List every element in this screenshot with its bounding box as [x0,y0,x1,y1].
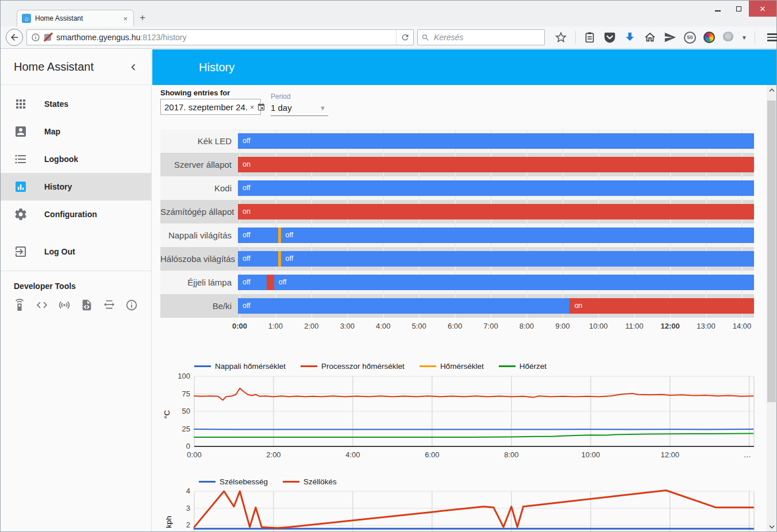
code-tags-icon[interactable] [36,299,48,311]
sidebar-item-map[interactable]: Map [1,118,151,145]
color-wheel-icon[interactable] [703,32,715,43]
series-line [194,491,753,528]
tab-close-icon[interactable]: × [122,14,129,23]
home-assistant-favicon: ⌂ [22,14,31,23]
back-button[interactable] [6,29,23,46]
url-bar[interactable]: smarthome.gyengus.hu:8123/history [26,29,414,45]
sidebar-item-label: Logbook [44,155,78,164]
wind-chart-legend: SzélsebességSzéllökés [199,477,337,486]
sidebar-item-label: Configuration [44,210,97,219]
reload-button[interactable] [396,30,413,45]
search-icon [421,33,430,42]
info-icon[interactable] [125,299,138,311]
browser-tab[interactable]: ⌂ Home Assistant × [17,10,134,26]
minimize-button[interactable] [707,1,728,17]
browser-window: ⌂ Home Assistant × + ✕ smarthome.gyengus… [0,0,777,532]
browser-titlebar: ⌂ Home Assistant × + ✕ [1,1,776,26]
sidebar-menu: States Map Logbook History Configuration [1,85,151,311]
mqtt-icon[interactable] [103,299,116,311]
exit-icon [14,245,28,259]
sidebar-item-states[interactable]: States [1,90,151,118]
toolbar-icons: 50 ▼ [554,30,777,44]
sidebar-item-label: Map [44,127,60,136]
remote-icon[interactable] [13,299,26,311]
apps-icon [14,97,28,111]
arrow-left-icon [9,32,20,43]
sidebar-item-label: Log Out [44,247,75,256]
y-axis-unit-label: kph [164,516,173,528]
new-tab-button[interactable]: + [140,12,145,24]
main-panel: History Showing entries for 2017. szepte… [152,49,776,531]
legend-label: Széllökés [303,477,337,486]
sidebar-header: Home Assistant [1,49,151,85]
overflow-chevron-icon[interactable]: ▼ [741,34,747,41]
maximize-button[interactable] [728,1,749,17]
close-button[interactable]: ✕ [749,1,776,17]
dev-tools-row [1,293,151,311]
clipboard-icon[interactable] [583,31,596,44]
page-info-icon[interactable] [31,33,40,42]
search-box[interactable] [417,29,545,45]
send-icon[interactable] [664,31,676,44]
sidebar-item-label: States [44,99,68,109]
legend-color-line [283,481,299,483]
legend-item: Széllökés [283,477,337,486]
blocked-content-icon[interactable] [43,33,52,42]
sidebar-item-logbook[interactable]: Logbook [1,145,151,173]
home-icon[interactable] [644,31,656,44]
wind-chart[interactable] [152,85,768,531]
y-axis-tick: 2 [174,521,190,530]
collapse-sidebar-icon[interactable] [127,61,140,74]
scroll-up-arrow[interactable] [767,85,776,95]
url-text: smarthome.gyengus.hu:8123/history [56,33,396,42]
extension-icon[interactable] [722,32,734,43]
access-point-icon[interactable] [58,299,71,311]
legend-item: Szélsebesség [199,477,268,486]
menu-icon[interactable] [767,33,777,41]
vertical-scrollbar[interactable] [767,85,776,531]
tab-title: Home Assistant [35,14,118,22]
legend-label: Szélsebesség [220,477,268,486]
y-axis-tick: 4 [174,487,190,496]
home-assistant-app: Home Assistant States Map Logbook [1,49,776,531]
toolbar-separator [755,31,755,44]
sidebar-item-configuration[interactable]: Configuration [1,201,151,228]
scrollbar-thumb[interactable] [767,101,776,402]
gear-icon [14,207,28,221]
search-input[interactable] [433,32,519,43]
sidebar: Home Assistant States Map Logbook [1,49,152,531]
window-controls: ✕ [707,1,776,17]
scroll-down-arrow[interactable] [767,522,776,531]
sidebar-item-history[interactable]: History [1,173,151,201]
dev-tools-label: Developer Tools [1,271,151,293]
bookmark-star-icon[interactable] [554,30,568,44]
page-title: History [199,61,234,74]
fifty-badge-icon[interactable]: 50 [684,32,696,44]
toolbar-separator [575,31,576,44]
list-icon [14,152,28,166]
sidebar-item-logout[interactable]: Log Out [1,238,151,265]
account-box-icon [14,125,28,138]
chart-box-icon [14,180,28,194]
browser-navbar: smarthome.gyengus.hu:8123/history 50 ▼ [1,26,776,49]
pocket-icon[interactable] [603,31,616,44]
legend-color-line [199,481,216,483]
app-header: History [152,49,776,85]
history-content: Showing entries for 2017. szeptember 24.… [152,85,768,531]
file-code-icon[interactable] [80,299,93,311]
sidebar-title: Home Assistant [14,60,127,74]
downloads-icon[interactable] [624,31,636,44]
sidebar-item-label: History [44,182,72,191]
y-axis-tick: 3 [174,504,190,513]
refresh-icon [401,33,410,42]
